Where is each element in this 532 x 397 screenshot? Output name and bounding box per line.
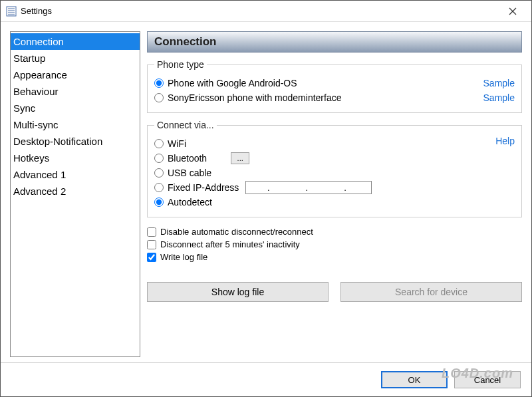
sidebar-item-connection[interactable]: Connection: [11, 33, 140, 50]
ok-button[interactable]: OK: [381, 371, 448, 388]
app-icon: [6, 6, 17, 17]
panel-header: Connection: [147, 31, 522, 53]
action-button-bar: Show log file Search for device: [147, 282, 522, 302]
sidebar-item-appearance[interactable]: Appearance: [11, 66, 140, 83]
connect-via-group: Connect via... Help WiFi Bluetooth: [147, 120, 522, 217]
help-link[interactable]: Help: [495, 136, 515, 146]
show-log-file-button[interactable]: Show log file: [147, 282, 329, 302]
check-disable-auto-label: Disable automatic disconnect/reconnect: [160, 227, 313, 237]
radio-bluetooth-label: Bluetooth: [168, 153, 207, 164]
content-panel: Connection Phone type Phone with Google …: [147, 31, 522, 357]
sidebar-item-multi-sync[interactable]: Multi-sync: [11, 116, 140, 133]
check-write-log[interactable]: Write log file: [147, 252, 522, 262]
titlebar: Settings: [1, 1, 531, 22]
close-button[interactable]: [499, 1, 526, 21]
check-disable-auto[interactable]: Disable automatic disconnect/reconnect: [147, 227, 522, 237]
close-icon: [509, 7, 517, 15]
radio-bluetooth[interactable]: Bluetooth: [154, 153, 207, 164]
ip-address-input[interactable]: [245, 181, 372, 194]
radio-usb[interactable]: USB cable: [154, 168, 211, 178]
check-options: Disable automatic disconnect/reconnect D…: [147, 225, 522, 263]
settings-window: Settings Connection Startup Appearance B…: [0, 0, 532, 397]
radio-sonyericsson-input[interactable]: [154, 93, 164, 102]
radio-autodetect-input[interactable]: [154, 198, 164, 207]
sidebar-item-desktop-notification[interactable]: Desktop-Notification: [11, 133, 140, 150]
radio-bluetooth-input[interactable]: [154, 154, 164, 163]
radio-android-input[interactable]: [154, 78, 164, 88]
check-disconnect-5min-input[interactable]: [147, 240, 156, 249]
search-for-device-button[interactable]: Search for device: [340, 282, 522, 302]
radio-wifi[interactable]: WiFi: [154, 138, 186, 149]
radio-wifi-label: WiFi: [168, 138, 186, 149]
radio-autodetect[interactable]: Autodetect: [154, 197, 212, 207]
bluetooth-browse-button[interactable]: ...: [231, 152, 249, 164]
sidebar-item-advanced-2[interactable]: Advanced 2: [11, 183, 140, 199]
radio-sonyericsson[interactable]: SonyEricsson phone with modeminterface: [154, 92, 341, 103]
radio-fixed-ip-label: Fixed IP-Address: [168, 182, 239, 193]
sidebar-item-advanced-1[interactable]: Advanced 1: [11, 166, 140, 183]
phone-type-group: Phone type Phone with Google Android-OS …: [147, 59, 522, 113]
radio-usb-input[interactable]: [154, 168, 164, 178]
sidebar-item-sync[interactable]: Sync: [11, 100, 140, 116]
radio-android[interactable]: Phone with Google Android-OS: [154, 78, 297, 88]
radio-autodetect-label: Autodetect: [168, 197, 212, 207]
check-disconnect-5min-label: Disconnect after 5 minutes' inactivity: [160, 239, 300, 249]
radio-wifi-input[interactable]: [154, 139, 164, 148]
check-write-log-input[interactable]: [147, 253, 156, 262]
check-write-log-label: Write log file: [160, 252, 207, 262]
check-disable-auto-input[interactable]: [147, 227, 156, 237]
radio-fixed-ip-input[interactable]: [154, 183, 164, 192]
sample-link-sonyericsson[interactable]: Sample: [483, 92, 515, 103]
client-area: Connection Startup Appearance Behaviour …: [1, 22, 531, 362]
sidebar-item-startup[interactable]: Startup: [11, 50, 140, 66]
radio-android-label: Phone with Google Android-OS: [168, 78, 297, 88]
dialog-button-bar: OK Cancel: [1, 362, 531, 396]
radio-usb-label: USB cable: [168, 168, 211, 178]
radio-fixed-ip[interactable]: Fixed IP-Address: [154, 182, 239, 193]
sidebar-item-behaviour[interactable]: Behaviour: [11, 83, 140, 100]
sample-link-android[interactable]: Sample: [483, 78, 515, 88]
window-title: Settings: [21, 6, 499, 16]
sidebar-item-hotkeys[interactable]: Hotkeys: [11, 150, 140, 166]
check-disconnect-5min[interactable]: Disconnect after 5 minutes' inactivity: [147, 239, 522, 249]
phone-type-legend: Phone type: [154, 59, 207, 70]
connect-via-legend: Connect via...: [154, 120, 217, 130]
radio-sonyericsson-label: SonyEricsson phone with modeminterface: [168, 92, 341, 103]
cancel-button[interactable]: Cancel: [454, 371, 521, 388]
sidebar: Connection Startup Appearance Behaviour …: [10, 31, 140, 357]
